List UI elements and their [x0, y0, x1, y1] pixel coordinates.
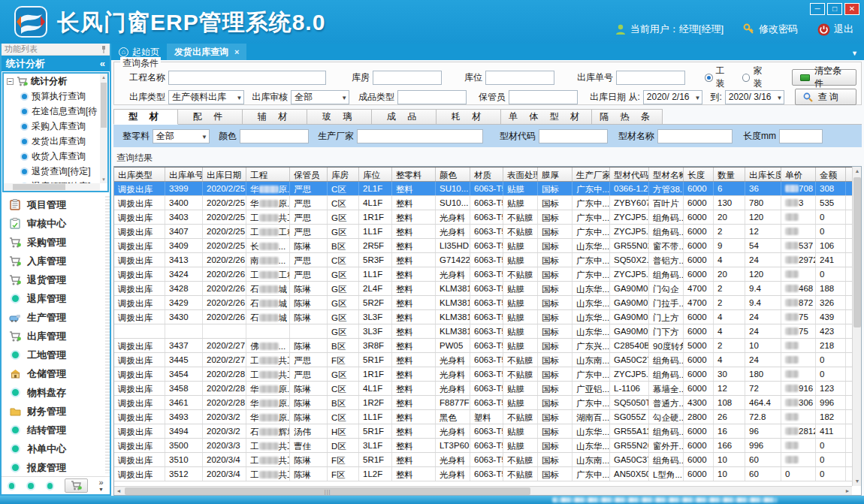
menu-item-6[interactable]: 生产管理 [2, 308, 110, 327]
keeper-input[interactable] [509, 90, 578, 104]
menu-item-1[interactable]: 审核中心 [2, 214, 110, 233]
search-button[interactable]: 查 询 [795, 89, 856, 105]
table-row[interactable]: 调拨出库34072020/2/25工工程严思G区1L1F整料光身料6063-T5… [114, 225, 852, 239]
clear-conditions-button[interactable]: 清空条件 [792, 69, 856, 86]
footer-dot-icon[interactable] [46, 481, 54, 490]
table-row[interactable]: G区3L3F整料KLM38176063-T5贴膜国标山东华...GA90M09.… [114, 324, 852, 339]
tree-horizontal-scrollbar[interactable] [4, 183, 100, 191]
menu-item-3[interactable]: 入库管理 [2, 252, 110, 270]
column-header-2[interactable]: 出库日期 [203, 167, 246, 181]
menu-item-11[interactable]: 财务管理 [2, 402, 110, 421]
grid-horizontal-scrollbar[interactable]: ◄ ||| ► [114, 486, 852, 495]
menu-item-4[interactable]: 退货管理 [2, 270, 110, 289]
table-row[interactable]: 调拨出库34612020/2/28华原...陈琳B区1R2F整料F8877FT6… [114, 396, 852, 410]
scroll-down-icon[interactable]: ▼ [100, 176, 107, 183]
tree-item-0[interactable]: 预算执行查询 [4, 89, 100, 104]
column-header-18[interactable]: 单价 [781, 167, 816, 181]
material-tab-6[interactable]: 单 体 型 材 [501, 109, 592, 125]
table-row[interactable]: 调拨出库34092020/2/25长...陈琳B区2R5F整料LI35HD606… [114, 239, 852, 253]
column-header-17[interactable]: 出库长度 [745, 167, 781, 181]
scroll-down-icon[interactable]: ▼ [853, 477, 862, 486]
location-input[interactable] [485, 71, 554, 85]
profile-code-input[interactable] [539, 129, 608, 143]
table-row[interactable]: 调拨出库34932020/3/2华原...陈琳C区1L1F整料黑色塑料不贴膜国标… [114, 410, 852, 424]
footer-more-button[interactable]: »▼ [98, 479, 104, 493]
table-row[interactable]: 调拨出库34292020/2/26石城陈琳G区5R2F整料KLM38176063… [114, 296, 852, 310]
material-tab-0[interactable]: 型 材 [113, 109, 178, 125]
menu-item-8[interactable]: 工地管理 [2, 346, 110, 364]
table-row[interactable]: 调拨出库35002020/3/3工共工程曹佳D区3L1F整料LT3P606063… [114, 439, 852, 453]
tree-item-3[interactable]: 发货出库查询 [4, 134, 100, 149]
table-row[interactable]: 调拨出库35102020/3/4工共工程陈琳F区5R1F整料光身料6063-T5… [114, 453, 852, 467]
color-input[interactable] [240, 129, 309, 143]
minimize-button[interactable]: ─ [810, 3, 825, 15]
warehouse-input[interactable] [373, 71, 442, 85]
table-row[interactable]: 调拨出库34282020/2/26石城陈琳G区2L4F整料KLM38176063… [114, 282, 852, 296]
table-row[interactable]: 调拨出库35122020/3/4工共工程陈琳F区1L2F整料光身料6063-T5… [114, 467, 852, 481]
table-row[interactable]: 调拨出库34582020/2/28华原...陈琳C区4L1F整料光身料6063-… [114, 382, 852, 396]
profile-name-input[interactable] [657, 129, 733, 143]
logout-button[interactable]: 退出 [817, 23, 853, 36]
table-row[interactable]: 调拨出库34542020/2/28工共工程严思G区1R1F整料光身料6063-T… [114, 367, 852, 382]
column-header-11[interactable]: 膜厚 [538, 167, 572, 181]
tab-close-icon[interactable]: × [234, 47, 239, 56]
close-button[interactable]: ✕ [844, 3, 859, 15]
scroll-up-icon[interactable]: ▲ [100, 74, 107, 81]
material-tab-7[interactable]: 隔 热 条 [592, 109, 663, 125]
tree-item-2[interactable]: 采购入库查询 [4, 119, 100, 134]
change-password-button[interactable]: 修改密码 [743, 23, 798, 36]
material-tab-4[interactable]: 成 品 [372, 109, 437, 125]
table-row[interactable]: 调拨出库34452020/2/27工共工程严思F区5R1F整料光身料6063-T… [114, 353, 852, 367]
radio-jiazhuang[interactable]: 家装 [742, 65, 771, 90]
length-input[interactable] [779, 129, 823, 143]
tree-item-1[interactable]: 在途信息查询[待 [4, 104, 100, 119]
product-type-input[interactable] [397, 90, 467, 104]
table-row[interactable]: 调拨出库33992020/2/25华原...严思C区2L1F整料SU10...6… [114, 182, 852, 196]
whole-part-select[interactable]: 全部▼ [153, 129, 210, 143]
table-row[interactable]: 调拨出库34032020/2/25工共工程严思G区1R1F整料光身料6063-T… [114, 210, 852, 225]
date-to-select[interactable]: 2020/ 3/16▼ [725, 90, 785, 104]
column-header-5[interactable]: 库房 [328, 167, 359, 181]
radio-gongzhuang[interactable]: 工装 [705, 65, 733, 90]
tab-shipment-outbound-query[interactable]: 发货出库查询 × [167, 44, 246, 60]
table-row[interactable]: 调拨出库34372020/2/27佛...陈琳B区3R8F整料PW056063-… [114, 339, 852, 353]
factory-input[interactable] [357, 129, 483, 143]
menu-item-7[interactable]: 出库管理 [2, 327, 110, 346]
column-header-4[interactable]: 保管员 [290, 167, 328, 181]
column-header-16[interactable]: 数量 [714, 167, 745, 181]
column-header-10[interactable]: 表面处理 [503, 167, 538, 181]
menu-item-0[interactable]: 项目管理 [2, 195, 110, 214]
column-header-19[interactable]: 金额 [816, 167, 846, 181]
pin-icon[interactable] [101, 46, 107, 53]
sidebar-splitter[interactable] [105, 196, 110, 473]
column-header-1[interactable]: 出库单号 [165, 167, 203, 181]
scroll-left-icon[interactable]: ◄ [114, 487, 123, 496]
column-header-3[interactable]: 工程 [246, 167, 290, 181]
menu-item-2[interactable]: 采购管理 [2, 233, 110, 252]
tree-vertical-scrollbar[interactable]: ▲ ▼ [100, 74, 107, 183]
table-row[interactable]: 调拨出库34942020/3/2石辉城汤伟H区5R1F整料光身料6063-T5贴… [114, 424, 852, 439]
scroll-up-icon[interactable]: ▲ [853, 167, 862, 176]
out-no-input[interactable] [616, 71, 685, 85]
menu-item-10[interactable]: 物料盘存 [2, 383, 110, 402]
tree-item-5[interactable]: 退货查询[待定] [4, 164, 100, 179]
material-tab-2[interactable]: 辅 材 [243, 109, 307, 125]
menu-item-5[interactable]: 退库管理 [2, 289, 110, 308]
sidebar-section-header[interactable]: 统计分析 « [2, 56, 110, 71]
table-row[interactable]: 调拨出库34242020/2/26工工程严思G区1L1F整料光身料6063-T5… [114, 267, 852, 282]
tree-item-4[interactable]: 收货入库查询 [4, 149, 100, 164]
menu-item-14[interactable]: 报废管理 [2, 458, 110, 477]
tabstrip-dropdown-icon[interactable]: ▼ [851, 50, 858, 57]
column-header-14[interactable]: 型材名称 [649, 167, 684, 181]
table-row[interactable]: 调拨出库34132020/2/26南...严思C区5R3F整料G71422606… [114, 253, 852, 267]
column-header-12[interactable]: 生产厂家 [572, 167, 610, 181]
material-tab-5[interactable]: 耗 材 [437, 109, 501, 125]
footer-cart-button[interactable] [65, 478, 88, 493]
table-row[interactable]: 调拨出库34302020/2/26石城陈琳G区3L3F整料KLM38176063… [114, 310, 852, 324]
out-type-select[interactable]: 生产领料出库▼ [168, 90, 244, 104]
scroll-right-icon[interactable]: ► [843, 487, 852, 496]
project-name-input[interactable] [168, 71, 326, 85]
column-header-0[interactable]: 出库类型 [114, 167, 165, 181]
column-header-8[interactable]: 颜色 [436, 167, 470, 181]
column-header-13[interactable]: 型材代码 [610, 167, 649, 181]
